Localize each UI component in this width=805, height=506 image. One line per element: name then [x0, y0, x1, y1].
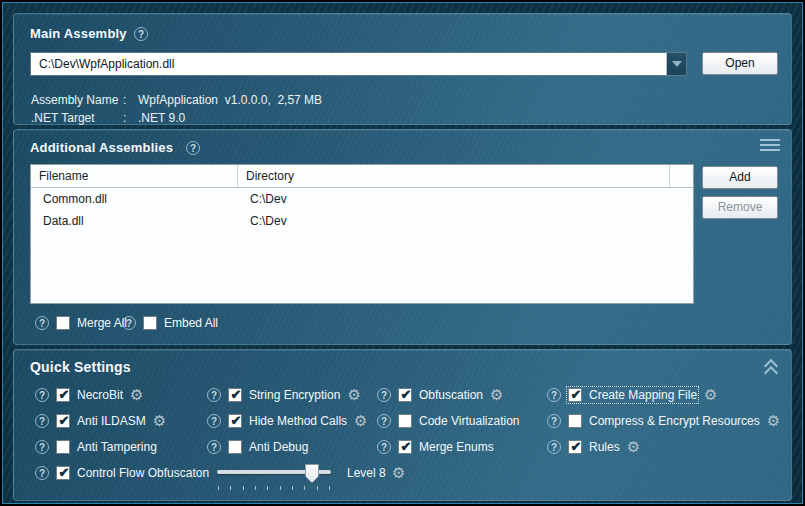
help-icon[interactable]: ? [35, 414, 49, 428]
create-mapping-file-checkbox[interactable] [568, 388, 582, 402]
option-label: Compress & Encrypt Resources [589, 414, 760, 428]
option-label: Merge Enums [419, 440, 494, 454]
additional-assemblies-title: Additional Assemblies [30, 140, 173, 155]
assembly-name-row: Assembly Name : WpfApplication v1.0.0.0,… [31, 93, 322, 107]
hide-method-calls-checkbox[interactable] [228, 414, 242, 428]
quick-settings-title: Quick Settings [30, 359, 131, 375]
help-icon[interactable]: ? [35, 440, 49, 454]
quick-settings-panel: Quick Settings ? NecroBit ⚙ ? String Enc… [13, 349, 792, 501]
anti-tampering-checkbox[interactable] [56, 440, 70, 454]
help-icon[interactable]: ? [377, 440, 391, 454]
control-flow-checkbox[interactable] [56, 466, 70, 480]
option-necrobit: ? NecroBit ⚙ [35, 386, 143, 404]
option-label: NecroBit [77, 388, 123, 402]
embed-all-help-icon[interactable]: ? [122, 316, 136, 330]
main-assembly-help-icon[interactable]: ? [134, 27, 148, 41]
option-string-encryption: ? String Encryption ⚙ [207, 386, 361, 404]
table-row[interactable]: Data.dll C:\Dev [31, 210, 693, 232]
obfuscation-checkbox[interactable] [398, 388, 412, 402]
help-icon[interactable]: ? [35, 388, 49, 402]
gear-icon[interactable]: ⚙ [490, 388, 503, 402]
slider-thumb[interactable] [305, 464, 319, 483]
main-assembly-title: Main Assembly [30, 26, 127, 41]
anti-debug-checkbox[interactable] [228, 440, 242, 454]
option-obfuscation: ? Obfuscation ⚙ [377, 386, 504, 404]
assembly-name-label: Assembly Name [31, 93, 123, 107]
code-virtualization-checkbox[interactable] [398, 414, 412, 428]
help-icon[interactable]: ? [207, 388, 221, 402]
option-label: Obfuscation [419, 388, 483, 402]
help-icon[interactable]: ? [207, 440, 221, 454]
assembly-path-input[interactable] [30, 52, 666, 76]
option-hide-method-calls: ? Hide Method Calls ⚙ [207, 412, 368, 430]
help-icon[interactable]: ? [35, 466, 49, 480]
option-anti-debug: ? Anti Debug [207, 438, 308, 456]
merge-all-label: Merge All [77, 316, 127, 330]
string-encryption-checkbox[interactable] [228, 388, 242, 402]
gear-icon[interactable]: ⚙ [627, 440, 640, 454]
open-button[interactable]: Open [702, 52, 778, 75]
net-target-label: .NET Target [31, 111, 123, 125]
add-button[interactable]: Add [702, 166, 778, 189]
option-label: Control Flow Obfuscaton [77, 466, 209, 480]
column-header-directory[interactable]: Directory [238, 165, 670, 187]
assembly-path-combobox [30, 52, 687, 76]
option-code-virtualization: ? Code Virtualization [377, 412, 520, 430]
slider-ticks [218, 486, 330, 490]
option-label: Rules [589, 440, 620, 454]
focused-option: Create Mapping File [568, 388, 697, 402]
gear-icon[interactable]: ⚙ [392, 464, 405, 482]
help-icon[interactable]: ? [377, 388, 391, 402]
help-icon[interactable]: ? [377, 414, 391, 428]
table-row[interactable]: Common.dll C:\Dev [31, 188, 693, 210]
compress-encrypt-resources-checkbox[interactable] [568, 414, 582, 428]
help-icon[interactable]: ? [547, 388, 561, 402]
app-window: Main Assembly ? Open Assembly Name : Wpf… [2, 2, 803, 504]
option-label: Hide Method Calls [249, 414, 347, 428]
option-merge-enums: ? Merge Enums [377, 438, 494, 456]
merge-enums-checkbox[interactable] [398, 440, 412, 454]
help-icon[interactable]: ? [547, 414, 561, 428]
gear-icon[interactable]: ⚙ [767, 414, 780, 428]
additional-assemblies-help-icon[interactable]: ? [186, 141, 200, 155]
option-anti-ildasm: ? Anti ILDASM ⚙ [35, 412, 166, 430]
assembly-name-value: WpfApplication v1.0.0.0, 2,57 MB [138, 93, 322, 107]
assemblies-table-header: Filename Directory [31, 165, 693, 188]
menu-icon[interactable] [760, 139, 780, 151]
column-header-extra [670, 165, 693, 187]
option-label: Anti Tampering [77, 440, 157, 454]
gear-icon[interactable]: ⚙ [130, 388, 143, 402]
option-label: String Encryption [249, 388, 340, 402]
column-header-filename[interactable]: Filename [31, 165, 238, 187]
option-label: Anti Debug [249, 440, 308, 454]
option-compress-encrypt-resources: ? Compress & Encrypt Resources ⚙ [547, 412, 780, 430]
control-flow-level-slider [217, 462, 331, 490]
option-anti-tampering: ? Anti Tampering [35, 438, 157, 456]
gear-icon[interactable]: ⚙ [347, 388, 360, 402]
necrobit-checkbox[interactable] [56, 388, 70, 402]
main-assembly-panel: Main Assembly ? Open Assembly Name : Wpf… [13, 13, 792, 125]
remove-button[interactable]: Remove [702, 196, 778, 219]
option-label: Anti ILDASM [77, 414, 146, 428]
gear-icon[interactable]: ⚙ [153, 414, 166, 428]
embed-all-checkbox[interactable] [143, 316, 157, 330]
merge-all-checkbox[interactable] [56, 316, 70, 330]
merge-all-help-icon[interactable]: ? [35, 316, 49, 330]
collapse-chevron-icon[interactable] [762, 359, 780, 379]
net-target-value: .NET 9.0 [138, 111, 185, 125]
option-label: Code Virtualization [419, 414, 520, 428]
anti-ildasm-checkbox[interactable] [56, 414, 70, 428]
help-icon[interactable]: ? [207, 414, 221, 428]
chevron-down-icon [672, 61, 682, 67]
assemblies-table: Filename Directory Common.dll C:\Dev Dat… [30, 164, 694, 304]
gear-icon[interactable]: ⚙ [704, 388, 717, 402]
rules-checkbox[interactable] [568, 440, 582, 454]
embed-all-option: ? Embed All [122, 314, 218, 332]
net-obfuscator-window: { "colors": { "accent_border": "#2f82ad"… [0, 0, 805, 506]
assembly-path-dropdown-button[interactable] [666, 52, 687, 76]
help-icon[interactable]: ? [547, 440, 561, 454]
option-label: Create Mapping File [589, 388, 697, 402]
level-label: Level 8 [347, 466, 386, 480]
net-target-row: .NET Target : .NET 9.0 [31, 111, 185, 125]
gear-icon[interactable]: ⚙ [354, 414, 367, 428]
